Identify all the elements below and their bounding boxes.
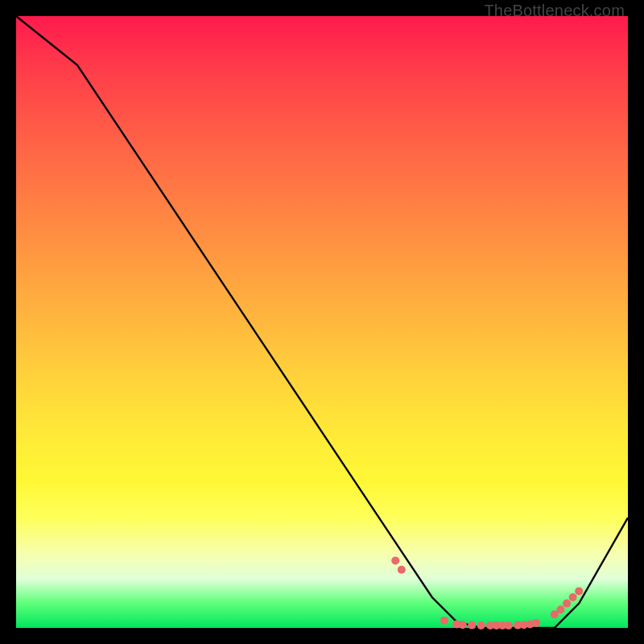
data-marker [440, 617, 448, 625]
data-marker [468, 621, 476, 630]
chart-frame: TheBottleneck.com [0, 0, 644, 644]
data-marker [556, 605, 564, 613]
chart-svg [16, 16, 628, 628]
data-marker [459, 621, 467, 629]
marker-group [391, 556, 583, 630]
plot-area [16, 16, 628, 628]
data-marker [477, 621, 485, 630]
data-marker [569, 593, 577, 601]
data-marker [532, 619, 540, 627]
data-marker [391, 556, 399, 564]
curve-line [16, 16, 628, 628]
data-marker [505, 621, 513, 630]
data-marker [563, 600, 571, 608]
data-marker [575, 587, 583, 595]
data-marker [398, 566, 406, 574]
